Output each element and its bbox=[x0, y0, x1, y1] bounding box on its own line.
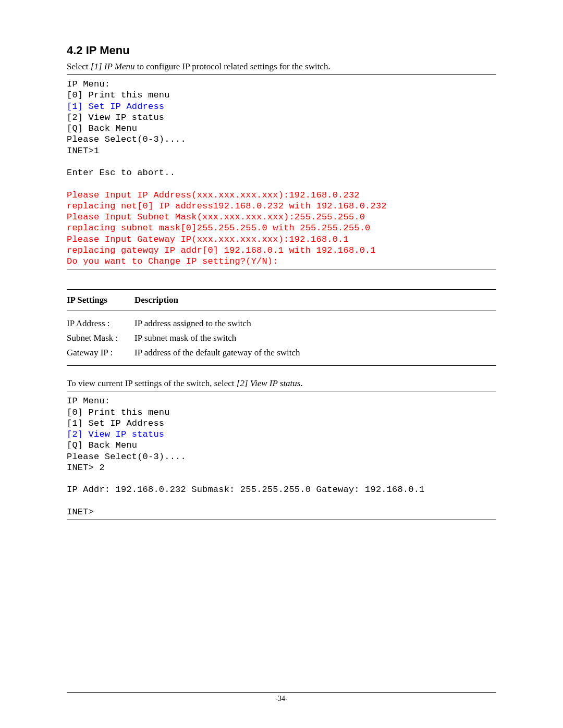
t2-l3: [1] Set IP Address bbox=[67, 418, 164, 428]
t1-l8: Enter Esc to abort.. bbox=[67, 168, 175, 178]
row-key: IP Address : bbox=[67, 318, 134, 329]
row-desc: IP address assigned to the switch bbox=[134, 318, 496, 329]
terminal-block-1: IP Menu: [0] Print this menu [1] Set IP … bbox=[67, 79, 496, 267]
t1-l3: [1] Set IP Address bbox=[67, 102, 164, 112]
t1-l4: [2] View IP status bbox=[67, 113, 164, 122]
intro-prefix: Select bbox=[67, 61, 91, 71]
settings-rows: IP Address : IP address assigned to the … bbox=[67, 311, 496, 365]
t1-r1: Please Input IP Address(xxx.xxx.xxx.xxx)… bbox=[67, 190, 360, 200]
intro-paragraph: Select [1] IP Menu to configure IP proto… bbox=[67, 61, 496, 72]
t1-r2: replacing net[0] IP address192.168.0.232… bbox=[67, 201, 387, 211]
terminal-block-2: IP Menu: [0] Print this menu [1] Set IP … bbox=[67, 396, 496, 517]
t1-r7: Do you want to Change IP setting?(Y/N): bbox=[67, 256, 278, 266]
intro-emph: [1] IP Menu bbox=[91, 61, 135, 71]
rule-bottom-1 bbox=[67, 269, 496, 269]
t1-r3: Please Input Subnet Mask(xxx.xxx.xxx.xxx… bbox=[67, 212, 365, 222]
t2-l4: [2] View IP status bbox=[67, 429, 164, 439]
para2-suffix: . bbox=[300, 378, 302, 388]
page-number: -34- bbox=[275, 695, 287, 702]
header-description: Description bbox=[134, 295, 496, 305]
para2-emph: [2] View IP status bbox=[237, 378, 301, 388]
page-footer: -34- bbox=[67, 692, 496, 703]
t2-l6: Please Select(0-3).... bbox=[67, 452, 186, 462]
rule-top-2 bbox=[67, 391, 496, 391]
para2-prefix: To view current IP settings of the switc… bbox=[67, 378, 237, 388]
header-ip-settings: IP Settings bbox=[67, 295, 134, 305]
table-row: Subnet Mask : IP subnet mask of the swit… bbox=[67, 331, 496, 346]
t1-l2: [0] Print this menu bbox=[67, 90, 170, 100]
t1-l5: [Q] Back Menu bbox=[67, 124, 137, 133]
t1-l1: IP Menu: bbox=[67, 79, 110, 89]
table-row: IP Address : IP address assigned to the … bbox=[67, 316, 496, 331]
settings-table: IP Settings Description IP Address : IP … bbox=[67, 289, 496, 366]
t2-l1: IP Menu: bbox=[67, 396, 110, 406]
intro-suffix: to configure IP protocol related setting… bbox=[134, 61, 330, 71]
t1-l7: INET>1 bbox=[67, 146, 99, 156]
settings-header: IP Settings Description bbox=[67, 290, 496, 311]
t2-l5: [Q] Back Menu bbox=[67, 440, 137, 450]
rule-top-1 bbox=[67, 74, 496, 75]
row-key: Subnet Mask : bbox=[67, 333, 134, 343]
t1-l6: Please Select(0-3).... bbox=[67, 134, 186, 144]
t1-r4: replacing subnet mask[0]255.255.255.0 wi… bbox=[67, 223, 371, 233]
section-heading: 4.2 IP Menu bbox=[67, 44, 496, 57]
t2-l7: INET> 2 bbox=[67, 463, 105, 473]
row-key: Gateway IP : bbox=[67, 348, 134, 358]
table-row: Gateway IP : IP address of the default g… bbox=[67, 346, 496, 360]
t2-l8: IP Addr: 192.168.0.232 Submask: 255.255.… bbox=[67, 485, 425, 495]
t2-l9: INET> bbox=[67, 507, 94, 517]
page: 4.2 IP Menu Select [1] IP Menu to config… bbox=[0, 0, 563, 728]
row-desc: IP address of the default gateway of the… bbox=[134, 348, 496, 358]
row-desc: IP subnet mask of the switch bbox=[134, 333, 496, 343]
para-view-status: To view current IP settings of the switc… bbox=[67, 378, 496, 389]
t2-l2: [0] Print this menu bbox=[67, 408, 170, 417]
t1-r5: Please Input Gateway IP(xxx.xxx.xxx.xxx)… bbox=[67, 235, 349, 244]
rule-bottom-2 bbox=[67, 520, 496, 520]
t1-r6: replacing gatewqy IP addr[0] 192.168.0.1… bbox=[67, 245, 376, 255]
